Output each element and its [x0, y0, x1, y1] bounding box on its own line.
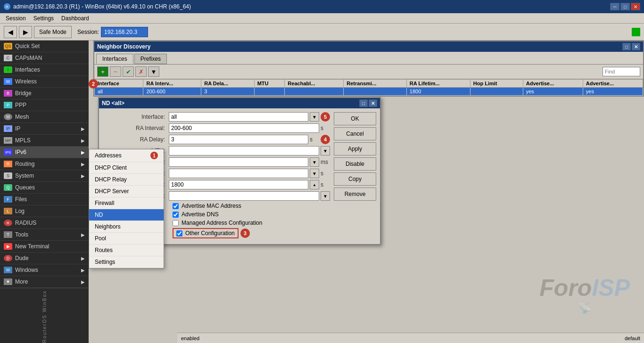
- nd-table-container: Interface RA Interv... RA Dela... MTU Re…: [94, 79, 643, 96]
- menu-session[interactable]: Session: [2, 14, 30, 23]
- col-advertise-mac[interactable]: Advertise...: [523, 80, 583, 88]
- nd-cancel-button[interactable]: ✗: [135, 66, 147, 77]
- sidebar-item-files[interactable]: F Files: [0, 194, 89, 205]
- minimize-button[interactable]: ─: [610, 3, 619, 10]
- tab-interfaces[interactable]: Interfaces: [96, 54, 133, 64]
- retransmit-dropdown-button[interactable]: ▼: [310, 169, 319, 178]
- col-retransmit[interactable]: Retransmi...: [344, 80, 407, 88]
- nd-filter-button[interactable]: ▼: [148, 66, 159, 77]
- interface-dropdown-button[interactable]: ▼: [310, 112, 319, 122]
- sidebar-item-bridge[interactable]: B Bridge: [0, 88, 89, 99]
- sidebar-item-queues[interactable]: Q Queues: [0, 182, 89, 194]
- nd-remove-button[interactable]: −: [110, 66, 121, 77]
- sidebar-item-mesh[interactable]: M Mesh: [0, 111, 89, 123]
- nd-add-button[interactable]: +: [97, 66, 108, 77]
- remove-button[interactable]: Remove: [334, 188, 376, 201]
- dude-arrow-icon: ▶: [81, 256, 85, 261]
- session-input[interactable]: [101, 27, 148, 37]
- sidebar-item-tools[interactable]: T Tools ▶: [0, 229, 89, 241]
- safe-mode-button[interactable]: Safe Mode: [34, 26, 72, 38]
- submenu-addresses[interactable]: Addresses 1: [89, 149, 164, 162]
- sidebar-item-new-terminal[interactable]: ▶ New Terminal: [0, 241, 89, 253]
- sidebar-item-interfaces[interactable]: I Interfaces: [0, 64, 89, 76]
- sidebar-item-wireless[interactable]: W Wireless: [0, 76, 89, 88]
- cancel-button[interactable]: Cancel: [334, 127, 376, 140]
- col-advertise-dns[interactable]: Advertise...: [583, 80, 643, 88]
- dialog-close-button[interactable]: ✕: [369, 99, 377, 107]
- apply-button[interactable]: Apply: [334, 142, 376, 155]
- submenu-firewall[interactable]: Firewall: [89, 197, 164, 209]
- submenu-routes[interactable]: Routes: [89, 245, 164, 256]
- submenu-dhcp-client[interactable]: DHCP Client: [89, 162, 164, 174]
- mtu-input[interactable]: [169, 146, 319, 155]
- reachable-time-input[interactable]: [169, 157, 308, 167]
- sidebar-item-quick-set[interactable]: QS Quick Set: [0, 41, 89, 52]
- addresses-badge: 1: [150, 152, 158, 159]
- disable-button[interactable]: Disable: [334, 157, 376, 171]
- badge-4: 4: [321, 135, 330, 144]
- nd-close-button[interactable]: ✕: [632, 43, 640, 50]
- tab-prefixes[interactable]: Prefixes: [134, 54, 167, 64]
- forward-button[interactable]: ▶: [19, 26, 32, 38]
- sidebar-item-log[interactable]: L Log: [0, 205, 89, 217]
- sidebar-item-system[interactable]: S System ▶: [0, 170, 89, 182]
- menu-dashboard[interactable]: Dashboard: [58, 14, 93, 23]
- mtu-dropdown-button[interactable]: ▼: [321, 146, 330, 155]
- maximize-button[interactable]: □: [620, 3, 630, 10]
- hop-limit-input[interactable]: [169, 191, 319, 201]
- hop-limit-dropdown-button[interactable]: ▼: [321, 191, 330, 201]
- advertise-mac-checkbox[interactable]: [173, 203, 179, 209]
- table-row[interactable]: all 200-600 3 1800 yes yes: [95, 88, 643, 96]
- submenu-settings[interactable]: Settings: [89, 256, 164, 268]
- col-interface[interactable]: Interface: [95, 80, 143, 88]
- menu-settings[interactable]: Settings: [30, 14, 58, 23]
- sidebar-item-windows[interactable]: W Windows ▶: [0, 264, 89, 276]
- col-ra-interval[interactable]: RA Interv...: [143, 80, 201, 88]
- close-button[interactable]: ✕: [631, 3, 640, 10]
- sidebar-item-ip[interactable]: IP IP ▶: [0, 123, 89, 135]
- sidebar-item-ppp[interactable]: P PPP: [0, 99, 89, 111]
- submenu-dhcp-server[interactable]: DHCP Server: [89, 186, 164, 197]
- col-ra-delay[interactable]: RA Dela...: [201, 80, 254, 88]
- ipv6-arrow-icon: ▶: [81, 150, 85, 155]
- sidebar-item-capsman[interactable]: C CAPsMAN: [0, 52, 89, 64]
- nd-ok-button[interactable]: ✔: [123, 66, 134, 77]
- submenu-pool[interactable]: Pool: [89, 233, 164, 245]
- col-ra-lifetime[interactable]: RA Lifetim...: [406, 80, 470, 88]
- sidebar-item-ipv6[interactable]: IP6 IPv6 ▶: [0, 147, 89, 158]
- nd-maximize-button[interactable]: □: [622, 43, 631, 50]
- managed-address-checkbox[interactable]: [173, 220, 179, 226]
- col-reachable[interactable]: Reachabl...: [285, 80, 344, 88]
- cell-ra-interval: 200-600: [143, 88, 201, 96]
- ok-button[interactable]: OK: [334, 112, 376, 125]
- nd-find-input[interactable]: [603, 67, 640, 76]
- back-button[interactable]: ◀: [4, 26, 17, 38]
- sidebar-item-routing[interactable]: R Routing ▶: [0, 158, 89, 170]
- reachable-time-dropdown-button[interactable]: ▼: [310, 157, 319, 167]
- ra-delay-input[interactable]: [169, 135, 308, 144]
- sidebar-item-radius[interactable]: R RADIUS: [0, 217, 89, 229]
- cell-hop-limit: [470, 88, 523, 96]
- sidebar-item-more[interactable]: ▼ More ▶: [0, 276, 89, 288]
- ra-interval-input[interactable]: [169, 123, 319, 133]
- copy-button[interactable]: Copy: [334, 172, 376, 186]
- ra-delay-unit: s: [310, 136, 319, 143]
- submenu-neighbors[interactable]: Neighbors: [89, 221, 164, 233]
- sidebar-item-mpls[interactable]: MP MPLS ▶: [0, 135, 89, 147]
- retransmit-interval-input[interactable]: [169, 169, 308, 178]
- sidebar-item-dude[interactable]: D Dude ▶: [0, 253, 89, 264]
- ra-lifetime-arrow-button[interactable]: ▲: [310, 180, 319, 189]
- interface-input[interactable]: [169, 112, 308, 122]
- watermark-text: ForoISP: [539, 274, 630, 302]
- submenu-dhcp-relay[interactable]: DHCP Relay: [89, 174, 164, 186]
- submenu-nd[interactable]: ND: [89, 209, 164, 221]
- ip-icon: IP: [4, 125, 12, 132]
- advertise-dns-checkbox[interactable]: [173, 212, 179, 218]
- other-config-checkbox[interactable]: [176, 230, 182, 237]
- ra-lifetime-input[interactable]: [169, 180, 308, 189]
- sidebar-label-mesh: Mesh: [15, 114, 29, 120]
- col-mtu[interactable]: MTU: [254, 80, 285, 88]
- col-hop-limit[interactable]: Hop Limit: [470, 80, 523, 88]
- dialog-maximize-button[interactable]: □: [359, 99, 368, 107]
- windows-arrow-icon: ▶: [81, 268, 85, 273]
